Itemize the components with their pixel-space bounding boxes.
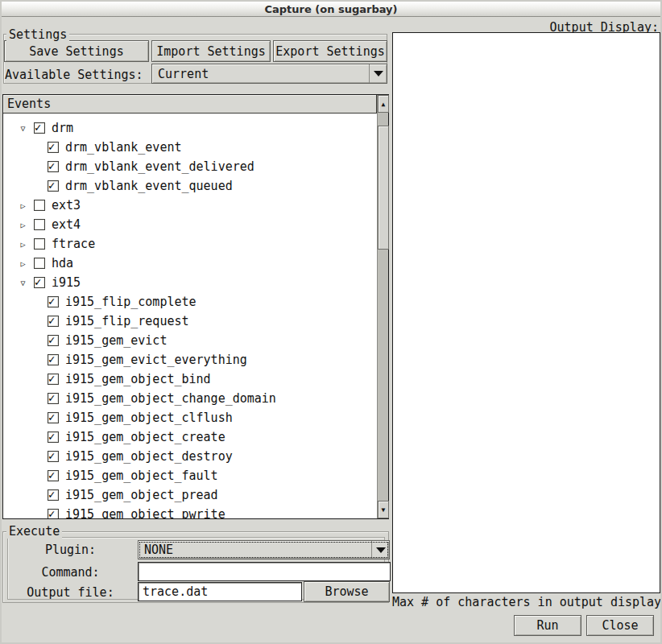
events-tree-list: ▽drmdrm_vblank_eventdrm_vblank_event_del… bbox=[3, 114, 377, 518]
tree-item-label: i915_gem_object_pwrite bbox=[65, 507, 225, 518]
tree-row[interactable]: i915_gem_evict bbox=[3, 331, 377, 350]
output-display-area[interactable] bbox=[392, 32, 660, 593]
tree-row[interactable]: drm_vblank_event_delivered bbox=[3, 157, 377, 176]
available-settings-value: Current bbox=[152, 67, 369, 81]
events-tree: Events ▽drmdrm_vblank_eventdrm_vblank_ev… bbox=[2, 94, 389, 519]
save-settings-button[interactable]: Save Settings bbox=[4, 40, 149, 62]
event-checkbox[interactable] bbox=[48, 335, 59, 346]
expander-closed-icon[interactable]: ▷ bbox=[18, 221, 28, 229]
event-checkbox[interactable] bbox=[48, 451, 59, 462]
tree-item-label: drm bbox=[52, 121, 73, 135]
export-settings-label: Export Settings bbox=[275, 44, 384, 59]
dropdown-arrow-button[interactable] bbox=[369, 64, 387, 83]
tree-item-label: i915_gem_evict bbox=[65, 333, 167, 348]
events-scrollbar[interactable]: ▲ ▼ bbox=[377, 95, 388, 518]
tree-row[interactable]: ▽i915 bbox=[3, 273, 377, 292]
tree-row[interactable]: i915_gem_object_clflush bbox=[3, 408, 377, 427]
tree-row[interactable]: i915_gem_evict_everything bbox=[3, 350, 377, 369]
event-checkbox[interactable] bbox=[48, 489, 59, 501]
tree-item-label: i915_gem_object_bind bbox=[65, 372, 211, 386]
tree-item-label: i915_gem_object_destroy bbox=[65, 449, 233, 464]
capture-window: Capture (on sugarbay) Settings Save Sett… bbox=[0, 0, 662, 644]
chevron-down-icon bbox=[374, 71, 383, 76]
tree-row[interactable]: drm_vblank_event bbox=[3, 138, 377, 157]
tree-item-label: i915_gem_object_clflush bbox=[65, 411, 233, 425]
event-checkbox[interactable] bbox=[34, 219, 45, 230]
tree-item-label: i915_gem_object_fault bbox=[65, 469, 218, 483]
expander-open-icon[interactable]: ▽ bbox=[18, 124, 28, 133]
tree-row[interactable]: i915_gem_object_destroy bbox=[3, 447, 377, 466]
expander-closed-icon[interactable]: ▷ bbox=[18, 259, 28, 268]
import-settings-label: Import Settings bbox=[156, 44, 265, 59]
browse-label: Browse bbox=[325, 584, 368, 599]
tree-row[interactable]: ▽drm bbox=[3, 118, 377, 138]
event-checkbox[interactable] bbox=[34, 258, 45, 269]
event-checkbox[interactable] bbox=[48, 161, 59, 172]
event-checkbox[interactable] bbox=[48, 374, 59, 385]
tree-row[interactable]: i915_gem_object_fault bbox=[3, 466, 377, 485]
tree-row[interactable]: i915_gem_object_pwrite bbox=[3, 505, 377, 518]
event-checkbox[interactable] bbox=[48, 412, 59, 423]
event-checkbox[interactable] bbox=[34, 277, 45, 288]
output-file-input[interactable] bbox=[138, 582, 302, 601]
tree-row[interactable]: i915_gem_object_bind bbox=[3, 369, 377, 389]
command-input[interactable] bbox=[138, 562, 391, 581]
tree-row[interactable]: i915_gem_object_change_domain bbox=[3, 389, 377, 408]
event-checkbox[interactable] bbox=[48, 470, 59, 481]
arrow-up-icon: ▲ bbox=[382, 101, 386, 108]
tree-item-label: i915_flip_complete bbox=[65, 295, 197, 309]
available-settings-label: Available Settings: bbox=[5, 68, 143, 82]
output-file-label: Output file: bbox=[8, 585, 133, 600]
tree-item-label: hda bbox=[52, 256, 73, 270]
event-checkbox[interactable] bbox=[48, 142, 59, 153]
event-checkbox[interactable] bbox=[48, 431, 59, 443]
tree-item-label: i915_gem_evict_everything bbox=[65, 353, 247, 367]
run-button[interactable]: Run bbox=[514, 615, 581, 636]
expander-closed-icon[interactable]: ▷ bbox=[18, 201, 28, 210]
scrollbar-thumb[interactable] bbox=[378, 126, 389, 250]
max-chars-label: Max # of characters in output display bbox=[392, 595, 661, 609]
tree-row[interactable]: i915_flip_complete bbox=[3, 292, 377, 312]
export-settings-button[interactable]: Export Settings bbox=[273, 40, 387, 62]
event-checkbox[interactable] bbox=[34, 200, 45, 211]
import-settings-button[interactable]: Import Settings bbox=[151, 40, 271, 62]
tree-row[interactable]: drm_vblank_event_queued bbox=[3, 176, 377, 196]
event-checkbox[interactable] bbox=[48, 393, 59, 404]
title-bar[interactable]: Capture (on sugarbay) bbox=[2, 2, 660, 17]
tree-item-label: drm_vblank_event_queued bbox=[65, 179, 233, 193]
close-button[interactable]: Close bbox=[586, 615, 654, 636]
event-checkbox[interactable] bbox=[34, 238, 45, 250]
tree-row[interactable]: ▷ext3 bbox=[3, 196, 377, 215]
tree-row[interactable]: ▷ext4 bbox=[3, 215, 377, 234]
expander-closed-icon[interactable]: ▷ bbox=[18, 240, 28, 249]
scroll-up-button[interactable]: ▲ bbox=[378, 95, 389, 113]
event-checkbox[interactable] bbox=[48, 180, 59, 192]
save-settings-label: Save Settings bbox=[29, 44, 123, 59]
events-column-header[interactable]: Events bbox=[3, 95, 377, 114]
plugin-dropdown-arrow-button[interactable] bbox=[371, 541, 389, 559]
tree-item-label: drm_vblank_event bbox=[65, 140, 182, 155]
plugin-dropdown[interactable]: NONE bbox=[138, 540, 390, 559]
arrow-down-icon: ▼ bbox=[382, 506, 386, 514]
execute-frame: Plugin: NONE Command: Output file: Brows… bbox=[2, 531, 389, 603]
tree-item-label: ext4 bbox=[52, 217, 81, 232]
execute-frame-label: Execute bbox=[6, 524, 62, 539]
tree-item-label: ftrace bbox=[52, 237, 95, 251]
command-label: Command: bbox=[8, 565, 133, 580]
event-checkbox[interactable] bbox=[48, 354, 59, 365]
tree-item-label: ext3 bbox=[52, 198, 81, 213]
event-checkbox[interactable] bbox=[48, 316, 59, 327]
tree-row[interactable]: i915_flip_request bbox=[3, 312, 377, 331]
tree-row[interactable]: i915_gem_object_create bbox=[3, 427, 377, 447]
tree-row[interactable]: ▷hda bbox=[3, 254, 377, 273]
scroll-down-button[interactable]: ▼ bbox=[378, 501, 389, 518]
expander-open-icon[interactable]: ▽ bbox=[18, 279, 28, 287]
events-header-label: Events bbox=[7, 97, 51, 111]
event-checkbox[interactable] bbox=[34, 122, 45, 134]
event-checkbox[interactable] bbox=[48, 296, 59, 308]
tree-row[interactable]: i915_gem_object_pread bbox=[3, 485, 377, 505]
browse-button[interactable]: Browse bbox=[304, 581, 390, 602]
available-settings-dropdown[interactable]: Current bbox=[151, 64, 387, 84]
tree-row[interactable]: ▷ftrace bbox=[3, 234, 377, 254]
event-checkbox[interactable] bbox=[48, 509, 59, 518]
